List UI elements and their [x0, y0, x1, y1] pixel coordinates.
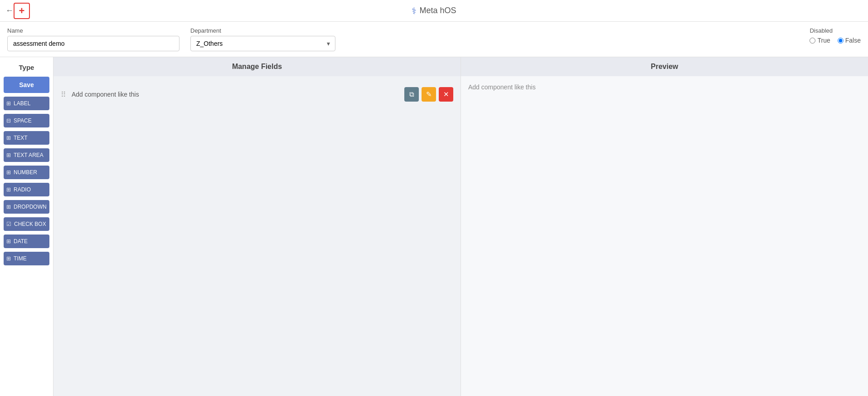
- disabled-label: Disabled: [810, 27, 861, 34]
- type-btn-number[interactable]: ⊞ NUMBER: [4, 166, 49, 179]
- disabled-false-option[interactable]: False: [838, 37, 861, 44]
- edit-icon: ✎: [426, 90, 432, 98]
- time-icon: ⊞: [6, 255, 11, 262]
- sidebar: Type Save ⊞ LABEL ⊟ SPACE ⊞ TEXT ⊞ TEXT …: [0, 57, 53, 396]
- space-icon: ⊟: [6, 117, 11, 124]
- type-btn-textarea[interactable]: ⊞ TEXT AREA: [4, 148, 49, 162]
- dropdown-icon: ⊞: [6, 204, 11, 210]
- header: ← + ⚕ Meta hOS: [0, 0, 868, 22]
- fields-content: ⠿ Add component like this ⧉ ✎ ✕: [53, 76, 461, 396]
- space-btn-text: SPACE: [14, 117, 32, 124]
- back-button[interactable]: ← +: [5, 3, 30, 19]
- disabled-true-radio[interactable]: [810, 38, 815, 44]
- checkbox-btn-text: CHECK BOX: [14, 221, 46, 227]
- preview-panel: Preview Add component like this: [461, 57, 868, 396]
- preview-header: Preview: [461, 57, 868, 76]
- date-icon: ⊞: [6, 238, 11, 244]
- text-btn-text: TEXT: [14, 135, 28, 141]
- number-icon: ⊞: [6, 169, 11, 176]
- radio-icon: ⊞: [6, 186, 11, 193]
- stethoscope-icon: ⚕: [412, 5, 417, 16]
- text-icon: ⊞: [6, 135, 11, 141]
- form-row: Name Department Z_Others General Cardiol…: [0, 22, 868, 57]
- label-btn-text: LABEL: [14, 100, 30, 107]
- back-icon: ←: [5, 6, 14, 15]
- sidebar-title: Type: [4, 61, 49, 73]
- time-btn-text: TIME: [14, 255, 27, 262]
- main-layout: Type Save ⊞ LABEL ⊟ SPACE ⊞ TEXT ⊞ TEXT …: [0, 57, 868, 396]
- number-btn-text: NUMBER: [14, 169, 37, 176]
- department-label: Department: [190, 27, 335, 34]
- name-label: Name: [7, 27, 179, 34]
- label-icon: ⊞: [6, 100, 11, 107]
- copy-field-button[interactable]: ⧉: [404, 87, 419, 102]
- type-btn-label[interactable]: ⊞ LABEL: [4, 97, 49, 110]
- disabled-radio-row: True False: [810, 37, 861, 44]
- radio-btn-text: RADIO: [14, 186, 31, 193]
- name-input[interactable]: [7, 36, 179, 51]
- department-select-wrapper: Z_Others General Cardiology Neurology Or…: [190, 36, 335, 51]
- date-btn-text: DATE: [14, 238, 28, 244]
- name-group: Name: [7, 27, 179, 51]
- field-row-1: ⠿ Add component like this ⧉ ✎ ✕: [61, 83, 453, 105]
- textarea-icon: ⊞: [6, 152, 11, 158]
- type-btn-time[interactable]: ⊞ TIME: [4, 252, 49, 265]
- disabled-false-radio[interactable]: [838, 38, 844, 44]
- manage-fields-panel: Manage Fields ⠿ Add component like this …: [53, 57, 461, 396]
- preview-content: Add component like this: [461, 76, 868, 396]
- textarea-btn-text: TEXT AREA: [14, 152, 44, 158]
- field-actions: ⧉ ✎ ✕: [404, 87, 453, 102]
- dropdown-btn-text: DROPDOWN: [14, 204, 47, 210]
- logo-plus-icon: +: [19, 6, 25, 16]
- type-btn-space[interactable]: ⊟ SPACE: [4, 114, 49, 127]
- type-btn-radio[interactable]: ⊞ RADIO: [4, 183, 49, 196]
- type-btn-dropdown[interactable]: ⊞ DROPDOWN: [4, 200, 49, 214]
- disabled-true-label: True: [817, 37, 830, 44]
- disabled-true-option[interactable]: True: [810, 37, 830, 44]
- preview-placeholder-text: Add component like this: [468, 83, 536, 91]
- disabled-false-label: False: [845, 37, 861, 44]
- type-btn-date[interactable]: ⊞ DATE: [4, 235, 49, 248]
- type-btn-text[interactable]: ⊞ TEXT: [4, 131, 49, 145]
- manage-fields-header: Manage Fields: [53, 57, 461, 76]
- app-name-text: Meta hOS: [419, 6, 456, 15]
- app-title: ⚕ Meta hOS: [412, 5, 456, 16]
- save-button[interactable]: Save: [4, 77, 49, 93]
- edit-field-button[interactable]: ✎: [422, 87, 436, 102]
- delete-field-button[interactable]: ✕: [439, 87, 453, 102]
- disabled-group: Disabled True False: [810, 27, 861, 44]
- drag-handle-icon[interactable]: ⠿: [61, 90, 66, 99]
- checkbox-icon: ☑: [6, 221, 11, 227]
- field-label-text: Add component like this: [72, 91, 399, 98]
- delete-icon: ✕: [443, 90, 449, 98]
- department-select[interactable]: Z_Others General Cardiology Neurology Or…: [190, 36, 335, 51]
- department-group: Department Z_Others General Cardiology N…: [190, 27, 335, 51]
- logo-cross: +: [14, 3, 30, 19]
- copy-icon: ⧉: [409, 90, 414, 98]
- type-btn-checkbox[interactable]: ☑ CHECK BOX: [4, 217, 49, 231]
